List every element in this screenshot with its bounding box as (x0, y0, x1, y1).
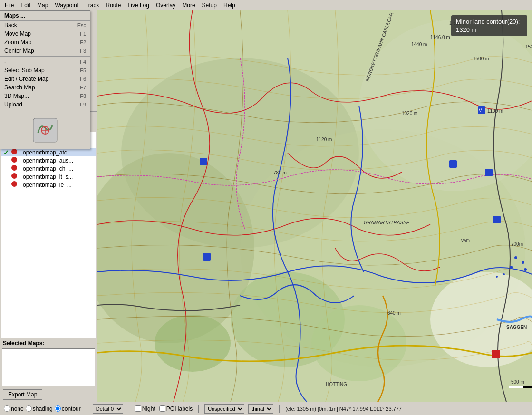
svg-point-52 (524, 268, 527, 271)
menu-search-map[interactable]: Search Map F7 (0, 83, 90, 92)
map-check-6 (3, 182, 10, 188)
svg-rect-44 (200, 158, 207, 165)
menu-more[interactable]: More (179, 1, 198, 10)
menu-help[interactable]: Help (221, 1, 238, 10)
map-check-3 (3, 157, 10, 164)
menu-file[interactable]: File (2, 1, 17, 10)
radio-none-label: none (11, 405, 24, 412)
map-type-icon-6 (11, 181, 21, 188)
map-check-4 (3, 165, 10, 172)
menu-edit-create-map[interactable]: Edit / Create Map F6 (0, 75, 90, 83)
user-select[interactable]: thinat (248, 404, 273, 414)
checkbox-poi[interactable]: POI labels (159, 405, 193, 412)
menu-map[interactable]: Map (34, 1, 51, 10)
svg-text:640 m: 640 m (387, 310, 401, 316)
map-check-2: ✓ (3, 149, 10, 156)
tooltip-line2: 1320 m (456, 26, 522, 33)
separator-3 (198, 405, 199, 413)
map-type-icon-2 (11, 149, 21, 156)
unspecified-select[interactable]: Unspecified (204, 404, 244, 414)
menu-center-map[interactable]: Center Map F3 (0, 47, 90, 55)
menu-setup[interactable]: Setup (199, 1, 220, 10)
svg-text:WiFi: WiFi (461, 238, 470, 243)
map-list-item-6[interactable]: openmtbmap_le_... (1, 181, 96, 189)
menu-overlay[interactable]: Overlay (153, 1, 178, 10)
radio-shading-label: shading (33, 405, 53, 412)
svg-point-49 (514, 256, 517, 259)
svg-text:1100 m: 1100 m (487, 108, 503, 114)
menu-livelog[interactable]: Live Log (125, 1, 152, 10)
checkbox-night[interactable]: Night (135, 405, 155, 412)
menu-separator-1 (0, 56, 90, 57)
svg-rect-48 (492, 350, 500, 358)
menu-track[interactable]: Track (82, 1, 102, 10)
map-list-item-3[interactable]: openmtbmap_aus... (1, 156, 96, 164)
map-tooltip: Minor land contour(20): 1320 m (451, 15, 527, 36)
status-coords: (ele: 1305 m) [0m, 1m] N47° 17.994 E011°… (285, 406, 402, 412)
left-panel: Maps ... Back Esc Move Map F1 Zoom Map F… (0, 10, 97, 402)
selected-maps-box (2, 348, 95, 386)
svg-point-53 (503, 273, 505, 275)
map-name-4: openmtbmap_ch_... (23, 165, 94, 172)
svg-text:1020 m: 1020 m (402, 111, 417, 116)
radio-none[interactable]: none (4, 405, 24, 412)
maps-menu-title: Maps ... (0, 11, 90, 21)
menu-zoom-map[interactable]: Zoom Map F2 (0, 38, 90, 47)
map-type-icon-4 (11, 165, 21, 172)
radio-contour[interactable]: contour (55, 405, 81, 412)
svg-text:1500 m: 1500 m (473, 56, 489, 61)
main-layout: Maps ... Back Esc Move Map F1 Zoom Map F… (0, 10, 532, 402)
svg-point-11 (155, 315, 231, 372)
svg-text:1520 m: 1520 m (525, 44, 532, 49)
statusbar: none shading contour Detail 0 Night POI … (0, 402, 532, 415)
svg-rect-41 (485, 169, 493, 176)
maps-icon (31, 116, 59, 145)
menubar: File Edit Map Waypoint Track Route Live … (0, 0, 532, 10)
map-list: Topo Austria Topo Austria v1 ✓ openmtbma… (1, 132, 96, 338)
svg-text:500 m: 500 m (511, 379, 524, 385)
menu-separator-label[interactable]: - F4 (0, 58, 90, 66)
map-name-2: openmtbmap_atc... (23, 149, 94, 156)
svg-text:700m: 700m (511, 241, 523, 247)
checkbox-poi-label: POI labels (166, 405, 193, 412)
svg-text:780 m: 780 m (273, 170, 287, 175)
menu-waypoint[interactable]: Waypoint (52, 1, 81, 10)
map-name-6: openmtbmap_le_... (23, 182, 94, 188)
tooltip-line1: Minor land contour(20): (456, 18, 522, 25)
svg-rect-45 (203, 253, 211, 261)
menu-upload[interactable]: Upload F9 (0, 100, 90, 109)
svg-text:V: V (479, 108, 482, 113)
map-list-item-5[interactable]: openmtbmap_it_s... (1, 173, 96, 181)
separator-4 (279, 405, 280, 413)
map-list-item-4[interactable]: openmtbmap_ch_... (1, 164, 96, 173)
map-list-item-2[interactable]: ✓ openmtbmap_atc... (1, 148, 96, 156)
radio-contour-label: contour (62, 405, 81, 412)
menu-route[interactable]: Route (103, 1, 124, 10)
separator-2 (129, 405, 129, 413)
svg-point-50 (522, 261, 524, 264)
menu-back[interactable]: Back Esc (0, 21, 90, 29)
svg-rect-42 (493, 216, 501, 223)
export-map-button[interactable]: Export Map (3, 389, 42, 400)
svg-rect-31 (509, 386, 523, 388)
separator-1 (87, 405, 87, 413)
map-type-icon-3 (11, 157, 21, 164)
svg-text:1146.0 m: 1146.0 m (430, 35, 450, 40)
map-type-icon-5 (11, 173, 21, 180)
menu-edit[interactable]: Edit (18, 1, 33, 10)
svg-text:SAGGEN: SAGGEN (506, 325, 527, 330)
svg-rect-43 (449, 160, 457, 168)
svg-point-51 (510, 266, 513, 269)
menu-select-sub-map[interactable]: Select Sub Map F5 (0, 66, 90, 75)
svg-text:HOTTING: HOTTING (326, 382, 347, 387)
map-check-5 (3, 174, 10, 180)
selected-maps-label: Selected Maps: (0, 338, 97, 347)
svg-point-54 (496, 276, 498, 278)
map-name-5: openmtbmap_it_s... (23, 174, 94, 180)
menu-3d-map[interactable]: 3D Map... F8 (0, 92, 90, 100)
topo-svg: GRAMARTSTRASSE HOTTING SCHNEEBÜRGCASSE … (97, 10, 532, 402)
menu-move-map[interactable]: Move Map F1 (0, 29, 90, 38)
detail-select[interactable]: Detail 0 (93, 404, 123, 414)
map-area[interactable]: GRAMARTSTRASSE HOTTING SCHNEEBÜRGCASSE … (97, 10, 532, 402)
radio-shading[interactable]: shading (26, 405, 53, 412)
